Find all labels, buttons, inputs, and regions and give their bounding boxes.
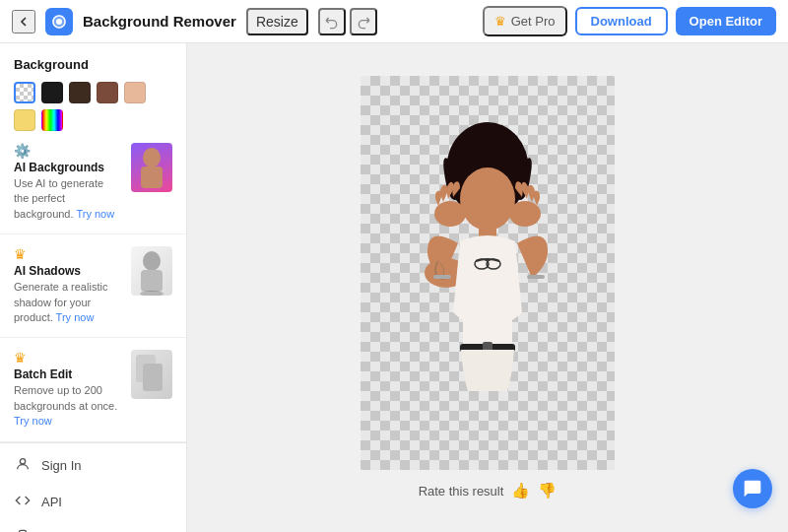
batch-edit-thumb xyxy=(131,350,172,399)
swatch-peach[interactable] xyxy=(124,82,146,103)
feature-batch-edit-info: ♛ Batch Edit Remove up to 200 background… xyxy=(14,350,121,429)
ai-shadows-try[interactable]: Try now xyxy=(56,311,95,323)
ai-backgrounds-try[interactable]: Try now xyxy=(76,208,114,220)
rate-label: Rate this result xyxy=(419,484,504,499)
swatch-rainbow[interactable] xyxy=(41,109,63,131)
ai-backgrounds-icon: ⚙️ xyxy=(14,143,121,159)
device-icon xyxy=(14,529,32,532)
svg-rect-3 xyxy=(141,166,163,188)
subject-image xyxy=(379,115,596,470)
svg-rect-19 xyxy=(463,307,512,347)
ai-backgrounds-title: AI Backgrounds xyxy=(14,161,121,174)
svg-point-18 xyxy=(509,201,541,227)
main-layout: Background ⚙️ AI Backgrounds Use AI to g… xyxy=(0,43,788,532)
ai-backgrounds-thumb xyxy=(131,143,172,192)
sidebar-item-api[interactable]: API xyxy=(0,484,186,520)
history-buttons xyxy=(318,8,377,35)
redo-button[interactable] xyxy=(350,8,377,35)
color-swatches xyxy=(14,82,172,131)
download-button[interactable]: Download xyxy=(575,7,668,35)
header: Background Remover Resize ♛ Get Pro Down… xyxy=(0,0,788,43)
svg-rect-8 xyxy=(143,364,163,391)
batch-edit-title: Batch Edit xyxy=(14,367,121,381)
svg-point-4 xyxy=(143,251,161,271)
swatch-brown[interactable] xyxy=(97,82,118,103)
thumbs-up-button[interactable]: 👍 xyxy=(511,482,530,499)
sidebar-item-get-app[interactable]: Get App xyxy=(0,520,186,532)
feature-ai-shadows-info: ♛ AI Shadows Generate a realistic shadow… xyxy=(14,246,121,325)
person-icon xyxy=(14,456,32,475)
swatch-transparent[interactable] xyxy=(14,82,35,103)
svg-point-17 xyxy=(434,201,466,227)
open-editor-button[interactable]: Open Editor xyxy=(676,7,776,35)
chat-bubble-button[interactable] xyxy=(733,469,772,508)
swatch-yellow[interactable] xyxy=(14,109,35,131)
batch-edit-crown-icon: ♛ xyxy=(14,350,121,366)
svg-rect-22 xyxy=(433,275,451,279)
svg-point-2 xyxy=(143,148,161,167)
background-title: Background xyxy=(14,57,172,72)
image-canvas xyxy=(361,76,615,470)
back-button[interactable] xyxy=(12,10,35,33)
feature-ai-backgrounds: ⚙️ AI Backgrounds Use AI to generate the… xyxy=(0,131,186,234)
rate-bar: Rate this result 👍 👎 xyxy=(419,482,558,499)
swatch-black[interactable] xyxy=(41,82,63,103)
ai-shadows-thumb xyxy=(131,246,172,296)
sidebar-item-sign-in[interactable]: Sign In xyxy=(0,447,186,484)
sidebar-bottom-nav: Sign In API Get App xyxy=(0,442,186,532)
batch-edit-desc: Remove up to 200 backgrounds at once. Tr… xyxy=(14,383,121,429)
thumbs-down-button[interactable]: 👎 xyxy=(538,482,557,499)
ai-backgrounds-desc: Use AI to generate the perfect backgroun… xyxy=(14,176,121,222)
header-left: Background Remover Resize xyxy=(12,8,377,35)
batch-edit-try[interactable]: Try now xyxy=(14,415,52,427)
svg-point-6 xyxy=(140,291,164,296)
svg-point-13 xyxy=(460,167,515,231)
svg-rect-5 xyxy=(141,270,163,292)
resize-button[interactable]: Resize xyxy=(246,8,308,35)
svg-point-9 xyxy=(20,458,25,463)
get-pro-button[interactable]: ♛ Get Pro xyxy=(483,6,567,36)
svg-rect-23 xyxy=(527,275,545,279)
background-section: Background xyxy=(0,43,186,131)
swatch-dark-brown[interactable] xyxy=(69,82,91,103)
svg-point-1 xyxy=(56,19,62,25)
feature-ai-backgrounds-info: ⚙️ AI Backgrounds Use AI to generate the… xyxy=(14,143,121,222)
code-icon xyxy=(14,493,32,511)
sidebar: Background ⚙️ AI Backgrounds Use AI to g… xyxy=(0,43,187,532)
ai-shadows-crown-icon: ♛ xyxy=(14,246,121,262)
header-right: ♛ Get Pro Download Open Editor xyxy=(483,6,776,36)
ai-shadows-title: AI Shadows xyxy=(14,264,121,278)
api-label: API xyxy=(41,495,62,509)
canvas-area: Rate this result 👍 👎 xyxy=(187,43,788,532)
ai-shadows-desc: Generate a realistic shadow for your pro… xyxy=(14,280,121,325)
app-logo xyxy=(45,8,73,35)
crown-icon: ♛ xyxy=(494,14,506,29)
feature-batch-edit: ♛ Batch Edit Remove up to 200 background… xyxy=(0,338,186,441)
app-title: Background Remover xyxy=(83,13,236,30)
undo-button[interactable] xyxy=(318,8,346,35)
feature-ai-shadows: ♛ AI Shadows Generate a realistic shadow… xyxy=(0,234,186,338)
sign-in-label: Sign In xyxy=(41,458,81,473)
